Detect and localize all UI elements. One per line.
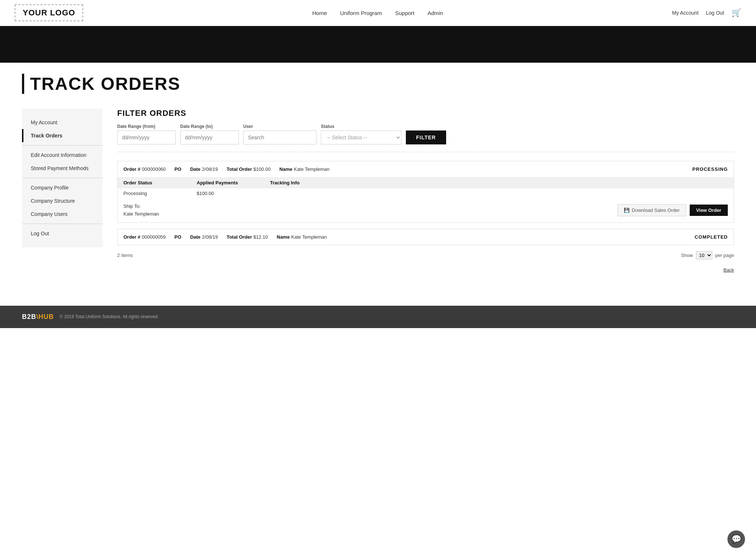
order-header-2: Order # 000000059 PO Date 2/08/19 Total …: [118, 229, 734, 245]
show-per-page: Show 10 25 50 per page: [681, 251, 734, 260]
sidebar-item-stored-payment[interactable]: Stored Payment Methods: [22, 162, 103, 175]
order-name-field-1: Name Kate Templeman: [279, 166, 330, 172]
order-label-1: Order #: [123, 166, 140, 172]
logo[interactable]: YOUR LOGO: [15, 4, 83, 21]
back-link[interactable]: Back: [723, 267, 734, 273]
sidebar-item-track-orders[interactable]: Track Orders: [22, 129, 103, 142]
total-value-1: $100.00: [253, 166, 271, 172]
total-value-2: $12.10: [253, 234, 268, 240]
footer-logo: B2B\HUB: [22, 313, 54, 321]
applied-payments-col-label: Applied Payments: [197, 180, 248, 185]
total-label-2: Total Order: [227, 234, 252, 240]
logout-link[interactable]: Log Out: [706, 10, 724, 16]
main-nav: Home Uniform Program Support Admin: [312, 10, 443, 16]
tracking-info-col-label: Tracking Info: [270, 180, 321, 185]
order-name-field-2: Name Kate Templeman: [277, 234, 327, 240]
date-to-input[interactable]: [180, 130, 239, 144]
per-page-select[interactable]: 10 25 50: [696, 251, 712, 260]
sidebar-item-company-users[interactable]: Company Users: [22, 207, 103, 221]
date-from-label: Date Range (from): [117, 124, 176, 129]
sidebar: My Account Track Orders Edit Account Inf…: [22, 109, 103, 247]
order-date-field-1: Date 2/08/19: [190, 166, 218, 172]
download-icon: 💾: [624, 207, 630, 213]
sidebar-divider-3: [22, 224, 103, 224]
sidebar-item-my-account[interactable]: My Account: [22, 116, 103, 129]
order-ship-row-1: Ship To: Kate Templeman 💾 Download Sales…: [118, 198, 734, 223]
show-label: Show: [681, 253, 693, 258]
nav-uniform-program[interactable]: Uniform Program: [340, 10, 382, 16]
my-account-link[interactable]: My Account: [672, 10, 698, 16]
date-from-input[interactable]: [117, 130, 176, 144]
name-value-2: Kate Templeman: [291, 234, 327, 240]
order-total-field-2: Total Order $12.10: [227, 234, 268, 240]
footer: B2B\HUB © 2019 Total Uniform Solutions. …: [0, 306, 756, 328]
date-value-2: 2/08/19: [202, 234, 218, 240]
order-status-val: Processing: [123, 191, 175, 196]
filter-user: User: [243, 124, 316, 144]
nav-admin[interactable]: Admin: [427, 10, 443, 16]
per-page-label: per page: [715, 253, 734, 258]
order-card-1: Order # 000000060 PO Date 2/08/19 Total …: [117, 161, 734, 223]
order-header-1: Order # 000000060 PO Date 2/08/19 Total …: [118, 161, 734, 177]
po-label-1: PO: [174, 166, 181, 172]
ship-to-value-1: Kate Templeman: [123, 210, 159, 218]
footer-copyright: © 2019 Total Uniform Solutions. All righ…: [60, 314, 158, 319]
filter-date-from: Date Range (from): [117, 124, 176, 144]
filter-button[interactable]: FILTER: [406, 130, 446, 144]
footer-logo-hub: HUB: [38, 313, 54, 320]
back-link-container: Back: [117, 267, 734, 273]
date-label-2: Date: [190, 234, 200, 240]
download-btn-label: Download Sales Order: [632, 207, 680, 213]
page-title-bar: TRACK ORDERS: [0, 63, 756, 98]
order-label-2: Order #: [123, 234, 140, 240]
order-details-row-1: Processing $100.00: [118, 188, 734, 198]
filter-row: Date Range (from) Date Range (to) User S…: [117, 124, 734, 144]
nav-home[interactable]: Home: [312, 10, 327, 16]
sidebar-item-company-profile[interactable]: Company Profile: [22, 181, 103, 194]
cart-icon[interactable]: 🛒: [731, 8, 741, 18]
order-number-field-2: Order # 000000059: [123, 234, 166, 240]
order-date-field-2: Date 2/08/19: [190, 234, 218, 240]
status-badge-1: PROCESSING: [692, 166, 728, 172]
nav-support[interactable]: Support: [395, 10, 415, 16]
user-label: User: [243, 124, 316, 129]
download-sales-order-button[interactable]: 💾 Download Sales Order: [618, 204, 686, 216]
main-layout: My Account Track Orders Edit Account Inf…: [0, 98, 756, 284]
sidebar-item-log-out[interactable]: Log Out: [22, 227, 103, 240]
header: YOUR LOGO Home Uniform Program Support A…: [0, 0, 756, 26]
footer-logo-b2b: B2B: [22, 313, 36, 320]
name-label-1: Name: [279, 166, 292, 172]
ship-to-label-1: Ship To:: [123, 203, 159, 210]
tracking-info-val: [270, 191, 321, 196]
filter-section: FILTER ORDERS Date Range (from) Date Ran…: [117, 109, 734, 152]
order-card-2: Order # 000000059 PO Date 2/08/19 Total …: [117, 229, 734, 245]
date-label-1: Date: [190, 166, 200, 172]
sidebar-divider-1: [22, 145, 103, 146]
sidebar-item-edit-account[interactable]: Edit Account Information: [22, 148, 103, 162]
hero-banner: [0, 26, 756, 63]
name-value-1: Kate Templeman: [294, 166, 329, 172]
po-label-2: PO: [174, 234, 181, 240]
user-search-input[interactable]: [243, 130, 316, 144]
order-details-header-1: Order Status Applied Payments Tracking I…: [118, 177, 734, 188]
order-number-value-1: 000000060: [142, 166, 166, 172]
page-title: TRACK ORDERS: [22, 74, 181, 94]
filter-status: Status -- Select Status -- Processing Co…: [321, 124, 401, 144]
order-status-col-label: Order Status: [123, 180, 175, 185]
sidebar-item-company-structure[interactable]: Company Structure: [22, 194, 103, 207]
view-order-button-1[interactable]: View Order: [690, 205, 728, 216]
total-label-1: Total Order: [227, 166, 252, 172]
order-po-field-2: PO: [174, 234, 181, 240]
items-footer: 2 Items Show 10 25 50 per page: [117, 251, 734, 260]
nav-right: My Account Log Out 🛒: [672, 8, 741, 18]
filter-divider: [117, 152, 734, 152]
status-select[interactable]: -- Select Status -- Processing Completed…: [321, 130, 401, 144]
ship-actions-1: 💾 Download Sales Order View Order: [618, 204, 728, 216]
name-label-2: Name: [277, 234, 290, 240]
filter-date-to: Date Range (to): [180, 124, 239, 144]
order-po-field-1: PO: [174, 166, 181, 172]
sidebar-divider-2: [22, 178, 103, 178]
order-number-value-2: 000000059: [142, 234, 166, 240]
filter-title: FILTER ORDERS: [117, 109, 734, 118]
content-area: FILTER ORDERS Date Range (from) Date Ran…: [117, 109, 734, 273]
